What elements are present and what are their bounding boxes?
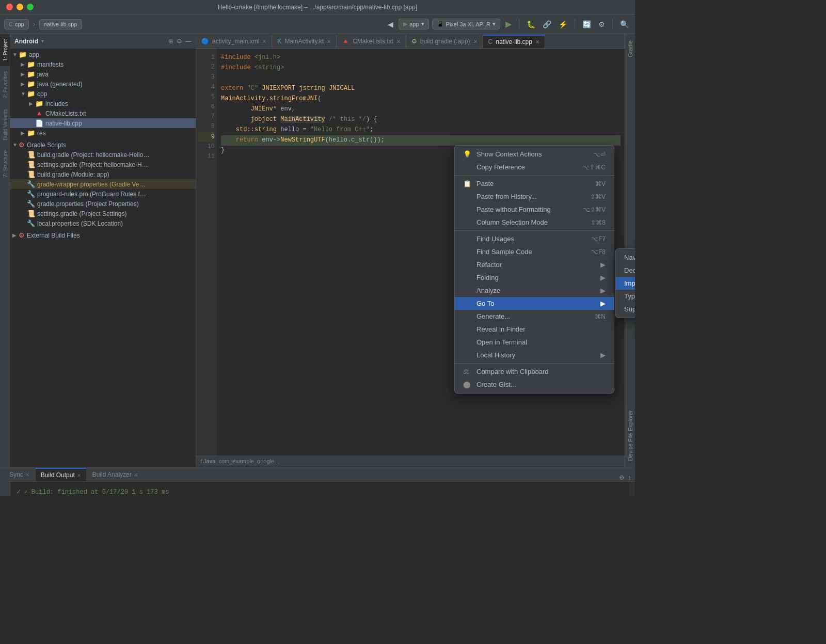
menu-open-terminal[interactable]: Open in Terminal <box>455 336 614 349</box>
gradle-panel-tab[interactable]: Gradle <box>626 36 635 61</box>
minimize-button[interactable] <box>17 4 23 10</box>
tab-build-gradle[interactable]: ⚙ build.gradle (:app) ✕ <box>406 35 483 48</box>
editor-tabs: 🔵 activity_main.xml ✕ K MainActivity.kt … <box>196 34 625 49</box>
submenu-implementation[interactable]: Implementation(s) ⌥⌘B <box>616 277 635 290</box>
build-left-vtab <box>0 482 10 496</box>
tree-java-gen[interactable]: ▶ 📁 java (generated) <box>10 79 196 89</box>
menu-refactor[interactable]: Refactor ▶ <box>455 258 614 271</box>
settings-icon[interactable]: ⚙ <box>596 19 607 29</box>
tree-cmakelists[interactable]: 🔺 CMakeLists.txt <box>10 108 196 118</box>
sep2 <box>575 19 575 29</box>
attach-icon[interactable]: 🔗 <box>541 19 553 29</box>
tab-close-buildgradle[interactable]: ✕ <box>473 39 478 44</box>
build-panel-collapse[interactable]: ↕ <box>628 474 631 481</box>
tree-gradle-wrapper[interactable]: 🔧 gradle-wrapper.properties (Gradle Ve… <box>10 179 196 189</box>
device-selector[interactable]: 📱 Pixel 3a XL API R ▾ <box>432 19 500 29</box>
project-panel: Android ▾ ⊕ ⚙ — ▼ 📁 app ▶ 📁 manifests ▶ <box>10 34 196 467</box>
tree-build-gradle-proj[interactable]: 📜 build.gradle (Project: hellocmake-Hell… <box>10 150 196 160</box>
vtab-favorites[interactable]: 2: Favorites <box>0 66 10 103</box>
tree-settings-proj2[interactable]: 📜 settings.gradle (Project Settings) <box>10 209 196 218</box>
btab-sync[interactable]: Sync ✕ <box>4 468 35 481</box>
tab-native-lib[interactable]: C native-lib.cpp ✕ <box>483 35 545 48</box>
refactor-arrow: ▶ <box>600 261 606 269</box>
menu-analyze[interactable]: Analyze ▶ <box>455 284 614 297</box>
tab-cmakelists[interactable]: 🔺 CMakeLists.txt ✕ <box>337 35 406 48</box>
breadcrumb-cpp[interactable]: C cpp <box>4 19 29 29</box>
vtab-build-variants[interactable]: Build Variants <box>0 104 10 146</box>
tab-close-cmakelists[interactable]: ✕ <box>396 39 401 44</box>
tree-res[interactable]: ▶ 📁 res <box>10 128 196 138</box>
submenu-super-definition[interactable]: Super Definition ⌘U <box>616 303 635 316</box>
top-toolbar: C cpp › native-lib.cpp ◀ ▶ app ▾ 📱 Pixel… <box>0 14 635 34</box>
analyze-arrow: ▶ <box>600 287 606 294</box>
tree-settings-proj[interactable]: 📜 settings.gradle (Project: hellocmake-H… <box>10 160 196 169</box>
menu-copy-reference[interactable]: Copy Reference ⌥⇧⌘C <box>455 161 614 174</box>
tree-cpp[interactable]: ▼ 📁 cpp <box>10 89 196 99</box>
menu-paste[interactable]: 📋 Paste ⌘V <box>455 177 614 190</box>
submenu-nav-bar[interactable]: Navigation Bar ⌘↑ <box>616 251 635 264</box>
tree-build-gradle-app[interactable]: 📜 build.gradle (Module: app) <box>10 169 196 179</box>
panel-header-icons: ⊕ ⚙ — <box>168 38 192 45</box>
btab-sync-close[interactable]: ✕ <box>25 472 29 478</box>
device-file-explorer-tab[interactable]: Device File Explorer <box>626 406 635 465</box>
vtab-project[interactable]: 1: Project <box>0 34 10 66</box>
btab-buildanalyzer-close[interactable]: ✕ <box>134 472 138 478</box>
tree-proguard[interactable]: 🔧 proguard-rules.pro (ProGuard Rules f… <box>10 189 196 199</box>
history-arrow: ▶ <box>600 351 606 359</box>
run-icon[interactable]: ▶ <box>503 18 514 30</box>
compare-icon: ⚖ <box>463 368 472 375</box>
panel-sync-icon[interactable]: ⊕ <box>168 38 173 45</box>
menu-local-history[interactable]: Local History ▶ <box>455 349 614 362</box>
panel-gear-icon[interactable]: ⚙ <box>177 38 182 45</box>
btab-build-analyzer[interactable]: Build Analyzer ✕ <box>87 468 143 481</box>
tab-close-mainactivity[interactable]: ✕ <box>327 39 331 44</box>
tree-gradle-props[interactable]: 🔧 gradle.properties (Project Properties) <box>10 199 196 209</box>
context-menu-container: 💡 Show Context Actions ⌥⏎ Copy Reference… <box>454 145 635 394</box>
close-button[interactable] <box>6 4 13 10</box>
tab-close-activity[interactable]: ✕ <box>262 39 266 44</box>
breadcrumb-file[interactable]: native-lib.cpp <box>39 19 82 29</box>
tab-activity-main[interactable]: 🔵 activity_main.xml ✕ <box>196 35 272 48</box>
menu-paste-no-format[interactable]: Paste without Formatting ⌥⇧⌘V <box>455 203 614 216</box>
tree-manifests[interactable]: ▶ 📁 manifests <box>10 59 196 69</box>
menu-find-sample[interactable]: Find Sample Code ⌥F8 <box>455 245 614 258</box>
menu-sep1 <box>455 175 614 176</box>
menu-goto[interactable]: Go To ▶ <box>455 297 614 310</box>
tree-local-props[interactable]: 🔧 local.properties (SDK Location) <box>10 218 196 228</box>
cpp-icon: C <box>9 21 13 27</box>
tree-gradle-scripts[interactable]: ▼ ⚙ Gradle Scripts <box>10 140 196 150</box>
tab-mainactivity[interactable]: K MainActivity.kt ✕ <box>272 35 337 48</box>
menu-generate[interactable]: Generate... ⌘N <box>455 310 614 323</box>
build-panel-settings[interactable]: ⚙ <box>619 474 625 481</box>
search-icon[interactable]: 🔍 <box>618 19 631 29</box>
tree-app[interactable]: ▼ 📁 app <box>10 50 196 59</box>
menu-column-mode[interactable]: Column Selection Mode ⇧⌘8 <box>455 216 614 229</box>
tree-external-build[interactable]: ▶ ⚙ External Build Files <box>10 230 196 240</box>
menu-show-context-actions[interactable]: 💡 Show Context Actions ⌥⏎ <box>455 148 614 161</box>
submenu-type-declaration[interactable]: Type Declaration ⇧⌘B <box>616 290 635 303</box>
debug-icon[interactable]: 🐛 <box>525 19 537 29</box>
menu-folding[interactable]: Folding ▶ <box>455 271 614 284</box>
menu-paste-history[interactable]: Paste from History... ⇧⌘V <box>455 190 614 203</box>
panel-close-icon[interactable]: — <box>185 38 192 45</box>
tab-close-nativelib[interactable]: ✕ <box>535 39 539 45</box>
maximize-button[interactable] <box>27 4 34 10</box>
run-config-selector[interactable]: ▶ app ▾ <box>399 19 428 29</box>
back-icon[interactable]: ◀ <box>386 19 395 29</box>
tree-includes[interactable]: ▶ 📁 includes <box>10 99 196 108</box>
btab-build-output[interactable]: Build Output ✕ <box>36 468 86 481</box>
menu-reveal-finder[interactable]: Reveal in Finder <box>455 323 614 336</box>
vtab-structure[interactable]: Z: Structure <box>0 145 10 182</box>
menu-create-gist[interactable]: ⬤ Create Gist... <box>455 378 614 391</box>
submenu-declaration[interactable]: Declaration or Usages ⌘B <box>616 264 635 277</box>
sync-icon[interactable]: 🔄 <box>580 19 593 29</box>
tree-java[interactable]: ▶ 📁 java <box>10 69 196 79</box>
menu-compare-clipboard[interactable]: ⚖ Compare with Clipboard <box>455 365 614 378</box>
profile-icon[interactable]: ⚡ <box>557 19 569 29</box>
folding-arrow: ▶ <box>600 274 606 281</box>
tree-native-lib[interactable]: 📄 native-lib.cpp <box>10 118 196 128</box>
sep3 <box>612 19 613 29</box>
menu-find-usages[interactable]: Find Usages ⌥F7 <box>455 232 614 245</box>
btab-buildout-close[interactable]: ✕ <box>77 473 81 478</box>
window-title: Hello-cmake [/tmp/hellocmake] – .../app/… <box>218 4 417 11</box>
